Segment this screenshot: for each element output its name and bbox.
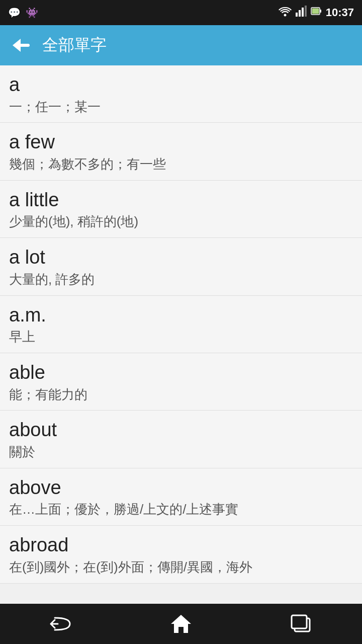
app-bar: 全部單字 [0, 25, 362, 65]
app-title: 全部單字 [42, 34, 107, 56]
status-time: 10:37 [326, 6, 354, 19]
status-bar: 💬 👾 10:37 [0, 0, 362, 25]
back-button[interactable] [10, 34, 32, 56]
word-chinese: 關於 [9, 444, 353, 461]
svg-rect-2 [299, 10, 301, 17]
word-chinese: 一；任一；某一 [9, 99, 353, 116]
signal-icon [296, 6, 307, 20]
status-bar-left: 💬 👾 [8, 7, 38, 19]
nav-home-button[interactable] [161, 609, 201, 639]
list-item[interactable]: a little少量的(地), 稍許的(地) [0, 181, 362, 238]
svg-marker-10 [171, 615, 191, 633]
word-english: above [9, 476, 353, 500]
alien-icon: 👾 [26, 7, 38, 19]
svg-rect-6 [320, 10, 321, 13]
word-english: a.m. [9, 304, 353, 327]
list-item[interactable]: able能；有能力的 [0, 353, 362, 411]
list-item[interactable]: a few幾個；為數不多的；有一些 [0, 123, 362, 180]
list-item[interactable]: abroad在(到)國外；在(到)外面；傳開/異國，海外 [0, 526, 362, 583]
svg-rect-7 [312, 9, 319, 14]
word-chinese: 在…上面；優於，勝過/上文的/上述事實 [9, 501, 353, 518]
word-english: able [9, 361, 353, 384]
list-item[interactable]: about關於 [0, 411, 362, 468]
list-item[interactable]: a一；任一；某一 [0, 65, 362, 123]
battery-icon [311, 6, 322, 20]
nav-back-button[interactable] [40, 609, 80, 639]
svg-rect-9 [19, 44, 30, 47]
word-english: a [9, 73, 353, 97]
nav-bar [0, 604, 362, 644]
nav-recents-button[interactable] [282, 609, 322, 639]
list-item[interactable]: a lot大量的, 許多的 [0, 238, 362, 295]
svg-rect-4 [305, 6, 307, 17]
word-chinese: 早上 [9, 329, 353, 346]
word-english: a little [9, 189, 353, 212]
svg-rect-1 [296, 13, 298, 17]
word-english: a few [9, 131, 353, 154]
svg-rect-12 [292, 615, 307, 628]
word-chinese: 在(到)國外；在(到)外面；傳開/異國，海外 [9, 559, 353, 576]
word-chinese: 大量的, 許多的 [9, 271, 353, 288]
word-english: abroad [9, 534, 353, 557]
word-english: a lot [9, 246, 353, 269]
svg-rect-3 [302, 8, 304, 17]
status-bar-right: 10:37 [279, 6, 354, 20]
svg-point-0 [284, 14, 286, 17]
word-chinese: 能；有能力的 [9, 386, 353, 404]
wifi-icon [279, 6, 292, 20]
word-chinese: 幾個；為數不多的；有一些 [9, 156, 353, 173]
word-english: about [9, 419, 353, 442]
list-item[interactable]: a.m.早上 [0, 296, 362, 353]
list-item[interactable]: above在…上面；優於，勝過/上文的/上述事實 [0, 468, 362, 526]
word-chinese: 少量的(地), 稍許的(地) [9, 213, 353, 230]
word-list: a一；任一；某一a few幾個；為數不多的；有一些a little少量的(地),… [0, 65, 362, 584]
message-icon: 💬 [8, 7, 21, 19]
